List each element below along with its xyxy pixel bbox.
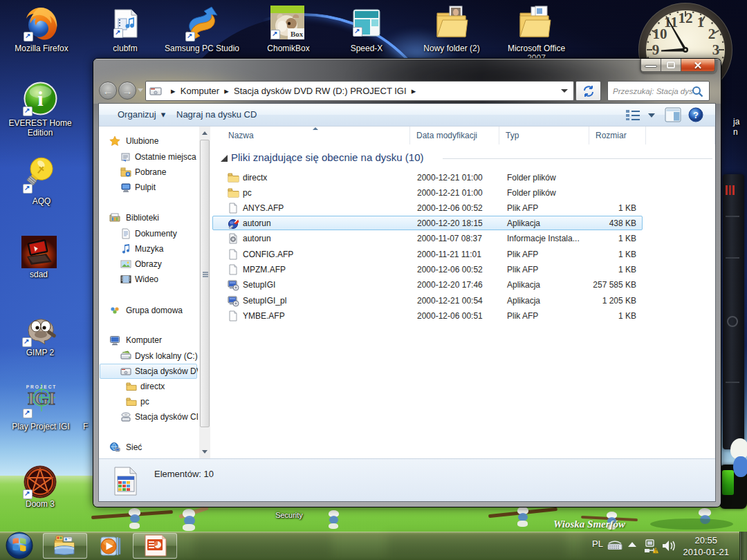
svg-text:2: 2 [708, 26, 716, 42]
svg-text:i: i [37, 87, 43, 110]
svg-text:Box: Box [290, 30, 304, 38]
svg-text:1: 1 [697, 14, 705, 30]
svg-text:?: ? [693, 110, 699, 120]
svg-text:!: ! [655, 548, 656, 553]
svg-text:3: 3 [712, 41, 720, 58]
svg-text:IGI: IGI [28, 389, 55, 409]
svg-text:9: 9 [652, 41, 660, 58]
